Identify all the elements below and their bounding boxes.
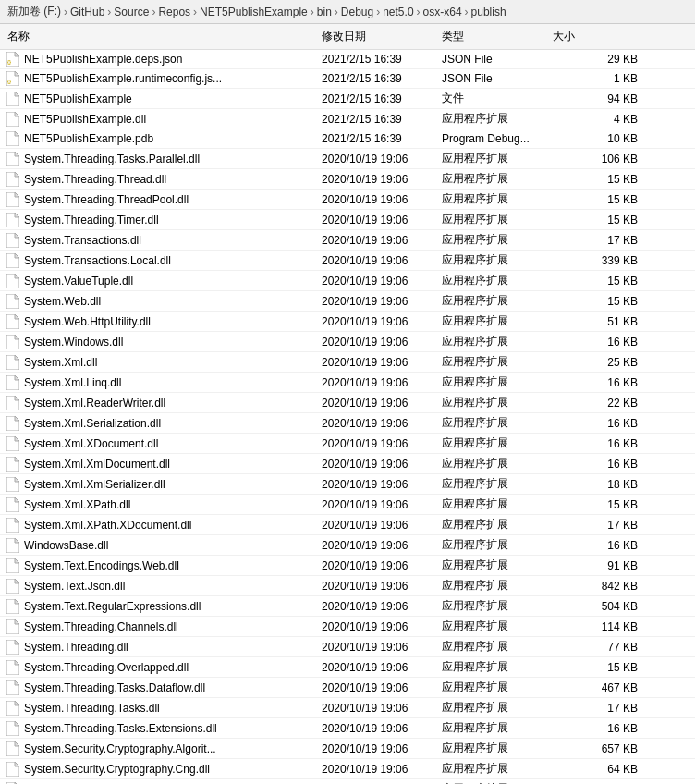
file-modified: 2020/10/19 19:06 — [318, 538, 438, 553]
file-type: 应用程序扩展 — [438, 414, 549, 432]
file-modified: 2020/10/19 19:06 — [318, 355, 438, 370]
file-modified: 2021/2/15 16:39 — [318, 52, 438, 67]
dll-file-icon — [6, 457, 20, 472]
file-size: 339 KB — [549, 253, 641, 268]
table-row[interactable]: System.Threading.Thread.dll2020/10/19 19… — [0, 169, 695, 190]
table-row[interactable]: System.Text.Json.dll2020/10/19 19:06应用程序… — [0, 576, 695, 596]
file-name-cell: System.Threading.Channels.dll — [4, 619, 318, 635]
file-name-text: System.Security.Cryptography.Cng.dll — [24, 763, 210, 776]
dll-file-icon — [6, 112, 20, 127]
file-file-icon — [6, 92, 20, 106]
dll-file-icon — [6, 213, 20, 227]
table-row[interactable]: System.Security.Cryptography.Cng.dll2020… — [0, 759, 695, 779]
table-row[interactable]: System.Threading.Timer.dll2020/10/19 19:… — [0, 210, 695, 230]
svg-marker-57 — [15, 599, 19, 604]
table-row[interactable]: WindowsBase.dll2020/10/19 19:06应用程序扩展16 … — [0, 535, 695, 556]
file-size: 15 KB — [549, 497, 641, 512]
table-row[interactable]: System.Xml.ReaderWriter.dll2020/10/19 19… — [0, 393, 695, 413]
file-size: 25 KB — [549, 355, 641, 370]
table-row[interactable]: System.ValueTuple.dll2020/10/19 19:06应用程… — [0, 271, 695, 291]
col-header-name[interactable]: 名称 — [4, 27, 318, 46]
file-type: 应用程序扩展 — [438, 597, 549, 615]
table-row[interactable]: System.Threading.Tasks.Dataflow.dll2020/… — [0, 678, 695, 698]
table-row[interactable]: NET5PublishExample2021/2/15 16:39文件94 KB — [0, 89, 695, 109]
table-row[interactable]: System.Windows.dll2020/10/19 19:06应用程序扩展… — [0, 332, 695, 352]
file-modified: 2020/10/19 19:06 — [318, 192, 438, 207]
dll-file-icon — [6, 416, 20, 431]
path-bin: bin — [317, 6, 332, 18]
svg-marker-17 — [15, 192, 19, 197]
file-modified: 2020/10/19 19:06 — [318, 314, 438, 329]
file-name-cell: System.Xml.XmlSerializer.dll — [4, 476, 318, 493]
table-row[interactable]: System.Security.Cryptography.Csp.dll2020… — [0, 779, 695, 784]
path-repos: Repos — [158, 6, 190, 18]
svg-marker-23 — [15, 253, 19, 258]
svg-marker-51 — [15, 538, 19, 543]
table-row[interactable]: System.Xml.XPath.XDocument.dll2020/10/19… — [0, 515, 695, 535]
table-row[interactable]: System.Transactions.Local.dll2020/10/19 … — [0, 251, 695, 271]
dll-file-icon — [6, 192, 20, 207]
svg-marker-33 — [15, 355, 19, 360]
col-header-type[interactable]: 类型 — [438, 27, 549, 46]
dll-file-icon — [6, 680, 20, 695]
table-row[interactable]: System.Xml.XPath.dll2020/10/19 19:06应用程序… — [0, 495, 695, 515]
file-name-text: System.Threading.Overlapped.dll — [24, 661, 189, 674]
table-row[interactable]: {} NET5PublishExample.runtimeconfig.js..… — [0, 69, 695, 89]
table-row[interactable]: System.Text.RegularExpressions.dll2020/1… — [0, 596, 695, 617]
file-name-text: System.Xml.XmlSerializer.dll — [24, 478, 165, 491]
table-row[interactable]: System.Xml.XDocument.dll2020/10/19 19:06… — [0, 434, 695, 454]
table-row[interactable]: System.Transactions.dll2020/10/19 19:06应… — [0, 230, 695, 251]
table-row[interactable]: System.Threading.ThreadPool.dll2020/10/1… — [0, 190, 695, 210]
svg-marker-67 — [15, 701, 19, 705]
table-row[interactable]: System.Threading.Tasks.Extensions.dll202… — [0, 718, 695, 739]
table-row[interactable]: NET5PublishExample.pdb2021/2/15 16:39Pro… — [0, 129, 695, 149]
dll-file-icon — [6, 640, 20, 655]
file-type: 应用程序扩展 — [438, 394, 549, 411]
svg-marker-47 — [15, 497, 19, 502]
file-name-text: System.Text.Json.dll — [24, 580, 125, 593]
file-size: 842 KB — [549, 579, 641, 594]
file-name-text: WindowsBase.dll — [24, 539, 108, 552]
table-row[interactable]: System.Xml.dll2020/10/19 19:06应用程序扩展25 K… — [0, 352, 695, 373]
table-row[interactable]: System.Security.Cryptography.Algorit...2… — [0, 739, 695, 759]
table-row[interactable]: System.Xml.Serialization.dll2020/10/19 1… — [0, 413, 695, 434]
svg-marker-59 — [15, 619, 19, 624]
col-header-modified[interactable]: 修改日期 — [318, 27, 438, 46]
table-row[interactable]: System.Xml.XmlDocument.dll2020/10/19 19:… — [0, 454, 695, 474]
file-name-cell: {} NET5PublishExample.runtimeconfig.js..… — [4, 70, 318, 87]
file-name-text: System.Xml.Linq.dll — [24, 376, 121, 389]
file-name-text: System.Security.Cryptography.Algorit... — [24, 742, 216, 755]
file-type: Program Debug... — [438, 131, 549, 146]
dll-file-icon — [6, 721, 20, 736]
table-row[interactable]: System.Xml.Linq.dll2020/10/19 19:06应用程序扩… — [0, 373, 695, 393]
dll-file-icon — [6, 538, 20, 553]
file-name-cell: System.Security.Cryptography.Cng.dll — [4, 761, 318, 778]
table-row[interactable]: System.Threading.dll2020/10/19 19:06应用程序… — [0, 637, 695, 657]
file-name-text: NET5PublishExample — [24, 92, 132, 105]
table-row[interactable]: System.Text.Encodings.Web.dll2020/10/19 … — [0, 556, 695, 576]
path-publish: publish — [471, 6, 506, 18]
table-row[interactable]: System.Threading.Tasks.dll2020/10/19 19:… — [0, 698, 695, 718]
address-bar[interactable]: 新加卷 (F:) › GitHub › Source › Repos › NET… — [0, 0, 695, 24]
dll-file-icon — [6, 497, 20, 512]
pdb-file-icon — [6, 131, 20, 146]
col-header-size[interactable]: 大小 — [549, 27, 641, 46]
table-row[interactable]: System.Web.HttpUtility.dll2020/10/19 19:… — [0, 312, 695, 332]
json-file-icon: {} — [6, 71, 20, 86]
file-size: 15 KB — [549, 213, 641, 227]
dll-file-icon — [6, 355, 20, 370]
table-row[interactable]: System.Xml.XmlSerializer.dll2020/10/19 1… — [0, 474, 695, 495]
table-row[interactable]: System.Threading.Overlapped.dll2020/10/1… — [0, 657, 695, 678]
file-name-text: System.Windows.dll — [24, 336, 123, 349]
table-row[interactable]: System.Web.dll2020/10/19 19:06应用程序扩展15 K… — [0, 291, 695, 312]
file-name-text: System.Xml.XPath.XDocument.dll — [24, 519, 191, 532]
file-type: 应用程序扩展 — [438, 333, 549, 350]
dll-file-icon — [6, 660, 20, 675]
file-name-cell: System.Transactions.Local.dll — [4, 252, 318, 269]
table-row[interactable]: NET5PublishExample.dll2021/2/15 16:39应用程… — [0, 109, 695, 129]
table-row[interactable]: System.Threading.Channels.dll2020/10/19 … — [0, 617, 695, 637]
file-size: 15 KB — [549, 294, 641, 309]
file-type: 应用程序扩展 — [438, 353, 549, 371]
table-row[interactable]: {} NET5PublishExample.deps.json2021/2/15… — [0, 50, 695, 69]
table-row[interactable]: System.Threading.Tasks.Parallel.dll2020/… — [0, 149, 695, 169]
